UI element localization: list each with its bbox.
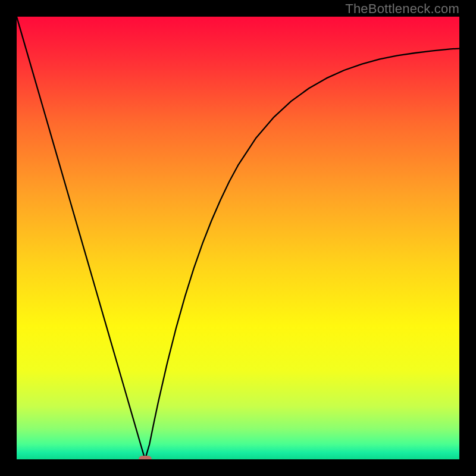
watermark-text: TheBottleneck.com <box>345 1 459 17</box>
bottleneck-curve <box>17 17 459 459</box>
minimum-marker <box>139 456 152 459</box>
chart-container: TheBottleneck.com <box>0 0 476 476</box>
plot-area <box>17 17 459 459</box>
